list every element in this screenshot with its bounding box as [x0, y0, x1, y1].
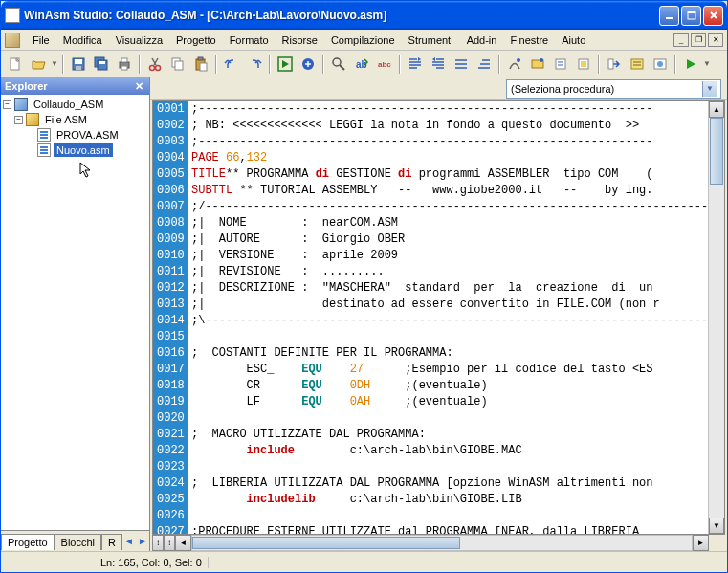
run-button[interactable] — [275, 54, 296, 75]
code-line[interactable] — [191, 508, 708, 524]
save-button[interactable] — [68, 54, 89, 75]
hscroll-thumb[interactable] — [192, 537, 460, 549]
sidebar-tab-other[interactable]: R — [101, 534, 122, 550]
explorer-close-icon[interactable]: ✕ — [132, 79, 145, 93]
menu-aiuto[interactable]: Aiuto — [555, 33, 592, 48]
tab-scroll-right-icon[interactable]: ► — [136, 534, 149, 549]
tab-scroll-left-icon[interactable]: ◄ — [122, 534, 136, 549]
titlebar[interactable]: WinAsm Studio: Collaudo_ASM - [C:\Arch-L… — [1, 1, 727, 30]
scroll-thumb[interactable] — [710, 118, 723, 185]
tool-g-button[interactable] — [650, 54, 671, 75]
code-line[interactable] — [191, 459, 708, 475]
code-line[interactable]: ; COSTANTI DEFINITE PER IL PROGRAMMA: — [191, 345, 708, 362]
cut-button[interactable] — [144, 54, 165, 75]
scroll-track[interactable] — [709, 185, 724, 518]
split-handle-icon[interactable]: ⁞ — [152, 535, 164, 551]
save-all-button[interactable] — [91, 54, 112, 75]
window-title: WinAsm Studio: Collaudo_ASM - [C:\Arch-L… — [24, 9, 659, 22]
mdi-minimize-button[interactable]: _ — [673, 33, 689, 47]
code-line[interactable]: ;PROCEDURE ESTERNE UTILIZZATE dal PROGRA… — [191, 524, 708, 534]
minimize-button[interactable] — [659, 6, 679, 26]
code-line[interactable]: ; LIBRERIA UTILIZZATA DAL PROGRAMMA [opz… — [191, 475, 708, 492]
code-line[interactable]: include c:\arch-lab\bin\GIOBE.MAC — [191, 443, 708, 459]
tool-b-button[interactable] — [527, 54, 548, 75]
scroll-up-icon[interactable]: ▲ — [709, 101, 724, 118]
tree-collapse-icon[interactable]: − — [14, 116, 23, 124]
scroll-down-icon[interactable]: ▼ — [709, 518, 724, 534]
find-button[interactable] — [328, 54, 349, 75]
code-line[interactable]: ; MACRO UTILIZZATE DAL PROGRAMMA: — [191, 427, 708, 443]
tool-c-button[interactable] — [550, 54, 571, 75]
new-button[interactable] — [5, 54, 26, 75]
redo-button[interactable] — [244, 54, 265, 75]
code-line[interactable]: ;---------------------------------------… — [191, 101, 708, 118]
procedure-combobox[interactable]: (Seleziona procedura) ▼ — [506, 79, 721, 99]
code-content[interactable]: ;---------------------------------------… — [188, 101, 708, 534]
code-line[interactable]: ;---------------------------------------… — [191, 134, 708, 150]
open-button[interactable] — [28, 54, 49, 75]
uncomment-button[interactable] — [474, 54, 495, 75]
mdi-close-button[interactable]: ✕ — [708, 33, 723, 47]
close-button[interactable] — [703, 6, 723, 26]
code-line[interactable]: LF EQU 0AH ;(eventuale) — [191, 394, 708, 410]
scroll-left-icon[interactable]: ◄ — [175, 535, 191, 551]
menu-progetto[interactable]: Progetto — [169, 33, 223, 48]
code-line[interactable]: ;| destinato ad essere convertito in FIL… — [191, 297, 708, 313]
code-line[interactable]: ;\--------------------------------------… — [191, 313, 708, 329]
tree-folder-node[interactable]: − File ASM — [3, 112, 147, 127]
code-line[interactable]: ;| DESCRIZIONE : "MASCHERA" standard per… — [191, 280, 708, 297]
vertical-scrollbar[interactable]: ▲ ▼ — [708, 101, 724, 534]
menu-strumenti[interactable]: Strumenti — [402, 33, 460, 48]
code-line[interactable]: ;| REVISIONE : ......... — [191, 264, 708, 280]
tool-f-button[interactable] — [627, 54, 648, 75]
outdent-button[interactable] — [405, 54, 426, 75]
tree-collapse-icon[interactable]: − — [3, 100, 11, 109]
paste-button[interactable] — [190, 54, 211, 75]
print-button[interactable] — [114, 54, 135, 75]
tool-a-button[interactable] — [504, 54, 525, 75]
code-line[interactable]: TITLE** PROGRAMMA di GESTIONE di program… — [191, 166, 708, 183]
code-line[interactable]: ;| VERSIONE : aprile 2009 — [191, 248, 708, 264]
code-editor[interactable]: 0001000200030004000500060007000800090010… — [152, 100, 725, 535]
project-tree[interactable]: − Collaudo_ASM − File ASM PROVA.ASM — [1, 95, 149, 530]
maximize-button[interactable] — [681, 6, 701, 26]
code-line[interactable]: CR EQU 0DH ;(eventuale) — [191, 378, 708, 394]
menu-modifica[interactable]: Modifica — [56, 33, 109, 48]
undo-button[interactable] — [221, 54, 242, 75]
indent-button[interactable] — [428, 54, 449, 75]
code-line[interactable]: ;/--------------------------------------… — [191, 199, 708, 215]
stop-button[interactable] — [298, 54, 319, 75]
mdi-restore-button[interactable]: ❐ — [691, 33, 706, 47]
menu-visualizza[interactable]: Visualizza — [109, 33, 169, 48]
code-line[interactable]: ;| AUTORE : Giorgio OBER — [191, 231, 708, 248]
sidebar-tab-blocks[interactable]: Blocchi — [55, 534, 101, 550]
replace-button[interactable]: ab — [351, 54, 372, 75]
code-line[interactable] — [191, 410, 708, 427]
find-abc-button[interactable]: abc — [374, 54, 395, 75]
tree-file-node[interactable]: Nuovo.asm — [3, 143, 147, 158]
code-line[interactable]: includelib c:\arch-lab\bin\GIOBE.LIB — [191, 492, 708, 508]
code-line[interactable]: ;| NOME : nearCOM.ASM — [191, 215, 708, 231]
menu-formato[interactable]: Formato — [223, 33, 276, 48]
menu-file[interactable]: File — [26, 33, 56, 48]
scroll-right-icon[interactable]: ► — [693, 535, 709, 551]
tool-d-button[interactable] — [573, 54, 594, 75]
code-line[interactable]: PAGE 66,132 — [191, 150, 708, 166]
tool-e-button[interactable] — [604, 54, 625, 75]
menu-compilazione[interactable]: Compilazione — [324, 33, 402, 48]
menu-add-in[interactable]: Add-in — [460, 33, 504, 48]
code-line[interactable]: SUBTTL ** TUTORIAL ASSEMBLY -- www.giobe… — [191, 183, 708, 199]
code-line[interactable]: ; NB: <<<<<<<<<<<<< LEGGI la nota in fon… — [191, 118, 708, 134]
comment-button[interactable] — [451, 54, 472, 75]
tree-file-node[interactable]: PROVA.ASM — [3, 127, 147, 143]
sidebar-tab-project[interactable]: Progetto — [1, 534, 55, 550]
menu-finestre[interactable]: Finestre — [503, 33, 555, 48]
split-handle-icon[interactable]: ⁞ — [164, 535, 175, 551]
tree-project-node[interactable]: − Collaudo_ASM — [3, 97, 147, 112]
menu-risorse[interactable]: Risorse — [276, 33, 324, 48]
hscroll-track[interactable] — [191, 535, 693, 551]
code-line[interactable]: ESC_ EQU 27 ;Esempio per il codice del t… — [191, 362, 708, 378]
code-line[interactable] — [191, 329, 708, 345]
copy-button[interactable] — [167, 54, 188, 75]
play-button[interactable] — [680, 54, 701, 75]
